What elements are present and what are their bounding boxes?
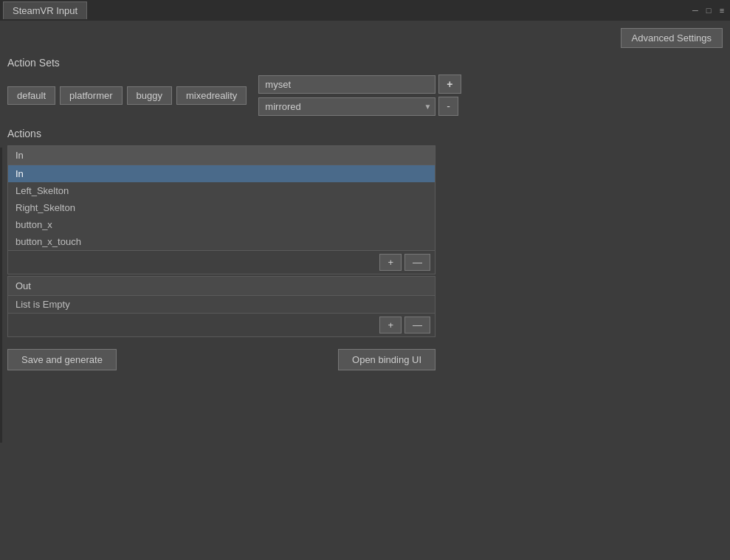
main-content: Advanced Settings Action Sets default pl… (0, 21, 730, 378)
window-title-text: SteamVR Input (13, 5, 78, 16)
in-panel-footer: + — (8, 250, 435, 274)
action-sets-row: default platformer buggy mixedreality + … (7, 75, 723, 116)
action-item-left-skelton[interactable]: Left_Skelton (8, 182, 435, 199)
out-panel-footer: + — (8, 313, 435, 336)
open-binding-button[interactable]: Open binding UI (338, 349, 435, 370)
action-sets-section: Action Sets default platformer buggy mix… (7, 57, 723, 116)
actions-label: Actions (7, 128, 723, 139)
out-add-button[interactable]: + (379, 317, 402, 333)
save-generate-button[interactable]: Save and generate (7, 349, 117, 370)
bottom-buttons: Save and generate Open binding UI (7, 349, 435, 370)
action-item-button-x-touch[interactable]: button_x_touch (8, 233, 435, 250)
in-panel-header[interactable]: In (8, 146, 435, 165)
action-set-default[interactable]: default (7, 86, 55, 105)
mirrored-select[interactable]: mirrored none left_right (258, 97, 435, 116)
in-remove-button[interactable]: — (404, 254, 430, 271)
remove-set-button[interactable]: - (438, 97, 458, 116)
in-add-button[interactable]: + (379, 254, 402, 271)
window-controls: ─ □ ≡ (690, 5, 727, 15)
action-item-in[interactable]: In (8, 165, 435, 182)
actions-section: Actions In In Left_Skelton Right_Skelton… (7, 128, 723, 370)
action-item-right-skelton[interactable]: Right_Skelton (8, 199, 435, 216)
action-set-buggy[interactable]: buggy (127, 86, 172, 105)
action-set-mixedreality[interactable]: mixedreality (176, 86, 247, 105)
action-item-button-x[interactable]: button_x (8, 216, 435, 233)
window-title-tab[interactable]: SteamVR Input (3, 1, 87, 19)
new-set-group: + mirrored none left_right ▼ - (258, 75, 461, 116)
add-set-button[interactable]: + (438, 75, 461, 94)
advanced-settings-button[interactable]: Advanced Settings (621, 28, 723, 48)
action-set-platformer[interactable]: platformer (60, 86, 123, 105)
maximize-button[interactable]: □ (703, 5, 714, 15)
in-panel: In In Left_Skelton Right_Skelton button_… (7, 145, 435, 274)
out-empty-message: List is Empty (8, 296, 435, 313)
new-set-input[interactable] (258, 75, 435, 94)
out-panel-header[interactable]: Out (8, 277, 435, 296)
menu-button[interactable]: ≡ (717, 5, 727, 15)
title-bar: SteamVR Input ─ □ ≡ (0, 0, 730, 21)
action-sets-label: Action Sets (7, 57, 723, 69)
minimize-button[interactable]: ─ (690, 5, 700, 15)
mirrored-select-wrapper: mirrored none left_right ▼ (258, 97, 435, 116)
out-panel: Out List is Empty + — (7, 276, 435, 337)
top-bar: Advanced Settings (7, 28, 723, 48)
out-remove-button[interactable]: — (404, 317, 430, 333)
new-set-top-row: + (258, 75, 461, 94)
mirrored-row: mirrored none left_right ▼ - (258, 97, 461, 116)
left-edge-decoration (0, 148, 2, 443)
